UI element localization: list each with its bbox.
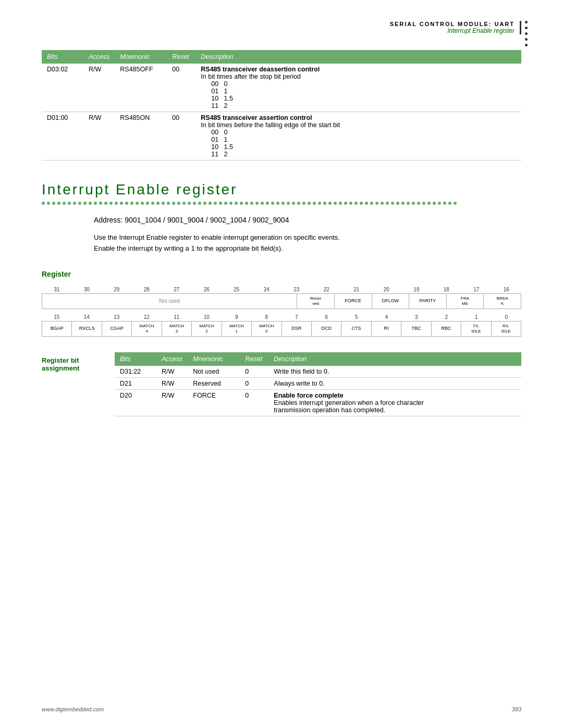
dot — [198, 202, 201, 205]
col-bits: Bits — [115, 352, 156, 366]
desc-value-row: 11 2 — [211, 151, 516, 158]
dot — [151, 202, 154, 205]
reg-cell-rbc: RBC — [432, 322, 461, 336]
desc-values: 00 0 01 1 10 1.5 11 2 — [201, 129, 516, 158]
dot — [229, 202, 232, 205]
dot — [375, 202, 378, 205]
dot — [136, 202, 139, 205]
table-header-row: Bits Access Mnemonic Reset Description — [115, 352, 521, 366]
dot — [433, 202, 436, 205]
reg-cell-match2: MATCH2 — [192, 322, 222, 336]
reg-bit-number: 28 — [132, 287, 162, 292]
reg-bit-number: 5 — [341, 314, 372, 320]
dot — [182, 202, 186, 205]
dot — [313, 202, 316, 205]
reg-cell-tbc: TBC — [401, 322, 431, 336]
col-access: Access — [83, 50, 115, 64]
reg-cell-frame: FRAME — [447, 294, 484, 309]
desc-body: Enables interrupt generation when a forc… — [274, 399, 516, 414]
page: SERIAL CONTROL MODULE: UART Interrupt En… — [0, 0, 563, 728]
reg-bit-number: 9 — [222, 314, 252, 320]
dot — [443, 202, 446, 205]
cell-mnemonic: Not used — [188, 366, 240, 378]
header-dots — [525, 21, 528, 46]
reg-bit-number: 29 — [102, 287, 132, 292]
cell-desc: Write this field to 0. — [268, 366, 521, 378]
reg-cell-rxcls: RXCLS — [72, 322, 102, 336]
cell-access: R/W — [83, 112, 115, 161]
section-title: Interrupt Enable register — [42, 27, 515, 34]
col-bits: Bits — [42, 50, 83, 64]
reg-cell-match1: MATCH1 — [222, 322, 252, 336]
cell-bits: D20 — [115, 389, 156, 416]
dot — [156, 202, 160, 205]
reg-bit-number: 1 — [461, 314, 492, 320]
dot — [209, 202, 212, 205]
reg-cell-not-used: Not used — [42, 294, 297, 309]
reg-bit-label-line2: assignment — [42, 364, 79, 372]
dot — [308, 202, 311, 205]
dot — [422, 202, 425, 205]
table-header-row: Bits Access Mnemonic Reset Description — [42, 50, 521, 64]
reg-bit-number: 24 — [252, 287, 282, 292]
dot — [250, 202, 253, 205]
table-row: D03:02 R/W RS485OFF 00 RS485 transceiver… — [42, 64, 521, 112]
cell-access: R/W — [83, 64, 115, 112]
reg-cell-match0: MATCH0 — [252, 322, 282, 336]
desc-title: RS485 transceiver deassertion control — [201, 66, 516, 73]
reg-bit-number: 6 — [312, 314, 342, 320]
dot — [109, 202, 113, 205]
dot — [104, 202, 107, 205]
cell-bits: D03:02 — [42, 64, 83, 112]
dot — [89, 202, 92, 205]
col-access: Access — [156, 352, 188, 366]
cell-mnemonic: RS485ON — [115, 112, 167, 161]
cell-access: R/W — [156, 366, 188, 378]
reg-bit-number: 11 — [162, 314, 192, 320]
dot — [271, 202, 274, 205]
cell-reset: 0 — [240, 377, 268, 389]
reg-bit-number: 0 — [492, 314, 522, 320]
section-heading: Interrupt Enable register — [42, 181, 521, 198]
col-desc: Description — [195, 50, 521, 64]
dot — [219, 202, 222, 205]
page-footer: www.digiembedded.com 393 — [42, 706, 521, 712]
desc-subtitle: In bit times after the stop bit period — [201, 73, 516, 80]
dot — [94, 202, 97, 205]
reg-cell-ri: RI — [372, 322, 401, 336]
dotted-divider — [42, 201, 521, 205]
cell-reset: 0 — [240, 366, 268, 378]
reg-bit-number: 25 — [222, 287, 252, 292]
dot — [245, 202, 248, 205]
reg-numbers-top: 31302928272625242322212019181716 — [42, 287, 521, 292]
desc-values: 00 0 01 1 10 1.5 11 2 — [201, 80, 516, 109]
dot — [162, 202, 165, 205]
reg-cell-oflow: OFLOW — [372, 294, 410, 309]
description-text: Use the Interrupt Enable register to ena… — [42, 232, 521, 254]
reg-bit-number: 27 — [162, 287, 192, 292]
cell-reset: 00 — [167, 64, 195, 112]
reg-bit-number: 16 — [492, 287, 522, 292]
desc-value-row: 00 0 — [211, 129, 516, 136]
cell-reset: 0 — [240, 389, 268, 416]
page-header: SERIAL CONTROL MODULE: UART Interrupt En… — [42, 21, 521, 34]
dot — [302, 202, 305, 205]
desc-value-row: 10 1.5 — [211, 143, 516, 151]
dot — [448, 202, 451, 205]
dot — [99, 202, 102, 205]
dot — [255, 202, 259, 205]
reg-bit-number: 4 — [372, 314, 402, 320]
top-table: Bits Access Mnemonic Reset Description D… — [42, 50, 521, 161]
dot — [386, 202, 389, 205]
reg-numbers-bottom: 1514131211109876543210 — [42, 314, 521, 320]
dot — [235, 202, 238, 205]
reg-cell-cts: CTS — [341, 322, 371, 336]
reg-bit-number: 10 — [192, 314, 222, 320]
cell-bits: D21 — [115, 377, 156, 389]
reg-bit-number: 31 — [42, 287, 72, 292]
desc-value-row: 00 0 — [211, 80, 516, 88]
footer-website: www.digiembedded.com — [42, 706, 104, 712]
dot — [438, 202, 441, 205]
dot — [360, 202, 363, 205]
cell-bits: D31:22 — [115, 366, 156, 378]
